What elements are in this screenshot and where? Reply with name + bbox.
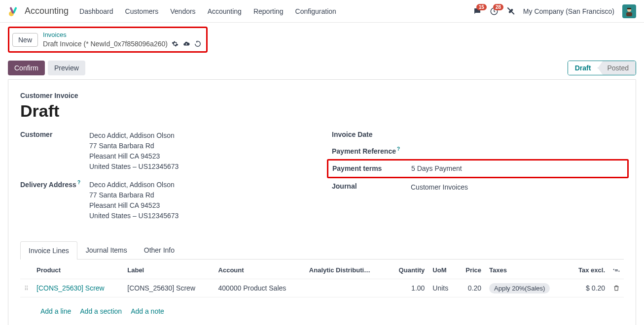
svg-rect-7: [627, 8, 631, 9]
svg-rect-6: [626, 12, 632, 16]
nav-configuration[interactable]: Configuration: [295, 7, 336, 15]
status-bar: Draft Posted: [568, 61, 636, 75]
delete-row-icon[interactable]: [613, 285, 620, 292]
cell-account[interactable]: 400000 Product Sales: [215, 279, 305, 297]
help-icon[interactable]: ?: [397, 146, 400, 152]
cell-analytic[interactable]: [305, 279, 388, 297]
breadcrumb-current-text: Draft Invoice (* NewId_0x7f858096a260): [43, 39, 168, 48]
table-row[interactable]: ⠿ [CONS_25630] Screw [CONS_25630] Screw …: [20, 279, 624, 297]
app-logo-icon: [8, 5, 20, 17]
breadcrumb-parent[interactable]: Invoices: [43, 31, 201, 39]
nav-reporting[interactable]: Reporting: [253, 7, 284, 15]
col-product[interactable]: Product: [33, 261, 123, 279]
col-uom[interactable]: UoM: [429, 261, 457, 279]
nav-vendors[interactable]: Vendors: [170, 7, 195, 15]
gear-icon[interactable]: [172, 40, 179, 47]
col-price[interactable]: Price: [457, 261, 485, 279]
customer-value[interactable]: Deco Addict, Addison Olson 77 Santa Barb…: [89, 130, 179, 172]
company-selector[interactable]: My Company (San Francisco): [523, 7, 614, 15]
messages-icon[interactable]: 15: [473, 7, 482, 16]
preview-button[interactable]: Preview: [48, 61, 85, 75]
journal-value[interactable]: Customer Invoices: [411, 182, 468, 193]
drag-handle-icon[interactable]: ⠿: [24, 285, 29, 292]
action-row: Confirm Preview Draft Posted: [0, 57, 644, 79]
invoice-lines-table: Product Label Account Analytic Distribut…: [20, 261, 624, 325]
tab-invoice-lines[interactable]: Invoice Lines: [20, 241, 77, 260]
status-draft[interactable]: Draft: [568, 61, 598, 75]
confirm-button[interactable]: Confirm: [8, 61, 45, 75]
tools-icon[interactable]: [506, 7, 515, 16]
cell-label[interactable]: [CONS_25630] Screw: [123, 279, 214, 297]
nav-customers[interactable]: Customers: [125, 7, 159, 15]
tab-journal-items[interactable]: Journal Items: [77, 241, 136, 259]
col-taxes[interactable]: Taxes: [485, 261, 568, 279]
cell-qty[interactable]: 1.00: [388, 279, 429, 297]
cell-price[interactable]: 0.20: [457, 279, 485, 297]
col-options-icon[interactable]: [609, 261, 624, 279]
cell-tax[interactable]: Apply 20%(Sales): [489, 283, 550, 293]
breadcrumb-current: Draft Invoice (* NewId_0x7f858096a260): [43, 39, 201, 48]
top-nav: Accounting Dashboard Customers Vendors A…: [0, 0, 644, 23]
cell-product[interactable]: [CONS_25630] Screw: [36, 284, 105, 292]
cell-taxexcl: $ 0.20: [568, 279, 609, 297]
sheet-subtitle: Customer Invoice: [20, 92, 624, 99]
add-line-link[interactable]: Add a line: [40, 307, 71, 315]
journal-label: Journal: [332, 182, 411, 190]
invoice-date-label: Invoice Date: [332, 130, 411, 138]
nav-dashboard[interactable]: Dashboard: [79, 7, 113, 15]
app-name[interactable]: Accounting: [25, 6, 69, 16]
sheet-title: Draft: [20, 101, 624, 121]
form-tabs: Invoice Lines Journal Items Other Info: [20, 241, 624, 260]
activities-icon[interactable]: 28: [490, 7, 499, 16]
activities-badge: 28: [493, 4, 503, 10]
cloud-upload-icon[interactable]: [182, 40, 190, 47]
tab-other-info[interactable]: Other Info: [136, 241, 183, 259]
discard-icon[interactable]: [194, 40, 201, 47]
breadcrumb-row: New Invoices Draft Invoice (* NewId_0x7f…: [0, 23, 644, 57]
customer-label: Customer: [20, 130, 89, 138]
payment-reference-label: Payment Reference?: [332, 146, 411, 155]
col-quantity[interactable]: Quantity: [388, 261, 429, 279]
new-button[interactable]: New: [12, 33, 38, 47]
form-sheet: Customer Invoice Draft Customer Deco Add…: [8, 79, 636, 325]
add-note-link[interactable]: Add a note: [131, 307, 164, 315]
col-analytic[interactable]: Analytic Distributi…: [305, 261, 388, 279]
add-section-link[interactable]: Add a section: [80, 307, 122, 315]
messages-badge: 15: [476, 4, 487, 10]
col-account[interactable]: Account: [215, 261, 305, 279]
status-posted[interactable]: Posted: [598, 61, 636, 75]
cell-uom[interactable]: Units: [429, 279, 457, 297]
help-icon[interactable]: ?: [77, 180, 80, 185]
payment-terms-value[interactable]: 5 Days Payment: [411, 163, 462, 174]
nav-accounting[interactable]: Accounting: [208, 7, 242, 15]
delivery-label: Delivery Address?: [20, 180, 89, 189]
col-label[interactable]: Label: [123, 261, 214, 279]
nav-menu: Dashboard Customers Vendors Accounting R…: [79, 7, 336, 15]
user-avatar[interactable]: [622, 4, 636, 18]
delivery-value[interactable]: Deco Addict, Addison Olson 77 Santa Barb…: [89, 180, 179, 221]
payment-terms-label: Payment terms: [332, 164, 411, 172]
col-taxexcl[interactable]: Tax excl.: [568, 261, 609, 279]
